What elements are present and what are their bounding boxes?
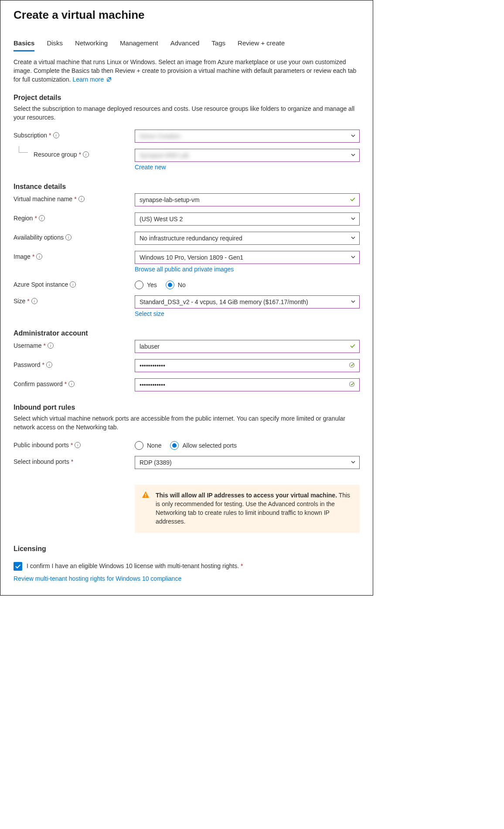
section-licensing: Licensing I confirm I have an eligible W… [14,545,360,582]
subscription-label: Subscription * i [14,130,135,139]
info-icon[interactable]: i [48,343,54,349]
select-inbound-ports-label: Select inbound ports * [14,456,135,465]
tab-disks[interactable]: Disks [47,39,63,51]
chevron-down-icon [351,298,356,305]
select-inbound-ports-select[interactable]: RDP (3389) [135,456,360,469]
info-icon[interactable]: i [70,281,76,288]
tab-review-create[interactable]: Review + create [238,39,285,51]
size-select[interactable]: Standard_DS3_v2 - 4 vcpus, 14 GiB memory… [135,295,360,308]
tabs-bar: Basics Disks Networking Management Advan… [14,39,360,51]
image-label: Image * i [14,251,135,260]
username-label: Username * i [14,340,135,349]
valid-check-icon [350,343,356,350]
chevron-down-icon [351,459,356,466]
section-admin-account: Administrator account Username * i labus… [14,329,360,391]
section-instance-details: Instance details Virtual machine name * … [14,183,360,317]
inbound-warning-alert: This will allow all IP addresses to acce… [135,485,360,533]
info-icon[interactable]: i [36,253,42,260]
tab-networking[interactable]: Networking [75,39,108,51]
project-details-desc: Select the subscription to manage deploy… [14,104,360,122]
svg-point-0 [350,363,354,367]
info-icon[interactable]: i [39,215,45,221]
external-link-icon [106,75,112,84]
region-select[interactable]: (US) West US 2 [135,212,360,226]
chevron-down-icon [351,133,356,140]
info-icon[interactable]: i [75,442,81,448]
info-icon[interactable]: i [46,362,52,368]
tab-advanced[interactable]: Advanced [170,39,200,51]
svg-rect-2 [145,493,146,496]
confirm-password-label: Confirm password * i [14,378,135,387]
password-input[interactable]: •••••••••••• [135,359,360,372]
resource-group-label: Resource group * i [14,149,135,158]
confirm-password-input[interactable]: •••••••••••• [135,378,360,391]
password-valid-icon [349,381,356,389]
vm-name-label: Virtual machine name * i [14,193,135,202]
chevron-down-icon [351,235,356,242]
size-label: Size * i [14,295,135,305]
region-label: Region * i [14,212,135,222]
warning-icon [142,491,150,501]
info-icon[interactable]: i [65,234,72,240]
license-confirm-label: I confirm I have an eligible Windows 10 … [27,562,243,570]
section-inbound-ports: Inbound port rules Select which virtual … [14,404,360,533]
chevron-down-icon [351,152,356,159]
info-icon[interactable]: i [78,196,85,202]
valid-check-icon [350,196,356,204]
instance-details-heading: Instance details [14,183,360,191]
inbound-ports-heading: Inbound port rules [14,404,360,411]
info-icon[interactable]: i [83,151,89,158]
inbound-none-radio[interactable]: None [135,441,161,450]
admin-account-heading: Administrator account [14,329,360,337]
chevron-down-icon [351,216,356,223]
username-input[interactable]: labuser [135,340,360,353]
availability-label: Availability options i [14,232,135,241]
info-icon[interactable]: i [53,132,59,138]
resource-group-select[interactable]: Synapse-WW-Lab [135,149,360,162]
tab-management[interactable]: Management [120,39,158,51]
select-size-link[interactable]: Select size [135,310,164,317]
info-icon[interactable]: i [31,298,37,304]
svg-rect-3 [145,496,146,497]
review-hosting-rights-link[interactable]: Review multi-tenant hosting rights for W… [14,575,181,582]
tab-tags[interactable]: Tags [211,39,225,51]
page-title: Create a virtual machine [14,8,360,22]
password-valid-icon [349,362,356,370]
spot-yes-radio[interactable]: Yes [135,281,157,289]
create-new-resource-group-link[interactable]: Create new [135,164,166,171]
spot-no-radio[interactable]: No [166,281,186,289]
spot-instance-label: Azure Spot instance i [14,279,135,288]
intro-text: Create a virtual machine that runs Linux… [14,58,360,84]
vm-name-input[interactable]: synapse-lab-setup-vm [135,193,360,206]
svg-point-1 [350,382,354,387]
chevron-down-icon [351,254,356,261]
tab-basics[interactable]: Basics [14,39,34,51]
project-details-heading: Project details [14,94,360,102]
public-inbound-ports-label: Public inbound ports * i [14,439,135,449]
info-icon[interactable]: i [68,381,75,387]
browse-images-link[interactable]: Browse all public and private images [135,266,234,273]
availability-select[interactable]: No infrastructure redundancy required [135,232,360,245]
password-label: Password * i [14,359,135,368]
licensing-heading: Licensing [14,545,360,553]
learn-more-link[interactable]: Learn more [72,76,111,83]
section-project-details: Project details Select the subscription … [14,94,360,171]
image-select[interactable]: Windows 10 Pro, Version 1809 - Gen1 [135,251,360,264]
inbound-ports-desc: Select which virtual machine network por… [14,414,360,432]
license-confirm-checkbox[interactable] [14,562,22,571]
subscription-select[interactable]: Demo Creation [135,130,360,143]
inbound-allow-radio[interactable]: Allow selected ports [170,441,237,450]
